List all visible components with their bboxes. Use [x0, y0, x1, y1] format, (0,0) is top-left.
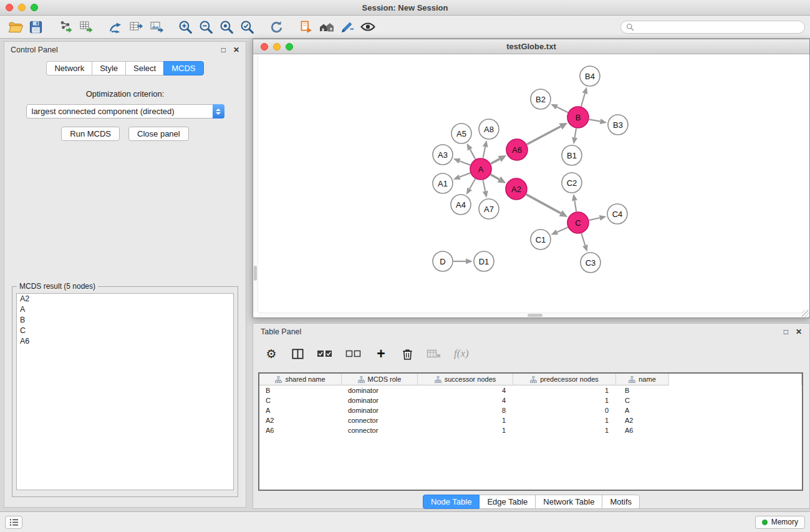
- control-tab-network[interactable]: Network: [46, 61, 92, 75]
- table-cell[interactable]: B: [616, 387, 669, 394]
- table-cell[interactable]: 1: [513, 387, 616, 394]
- graph-node-C[interactable]: C: [567, 212, 589, 233]
- graph-edge-A-A5[interactable]: [470, 149, 476, 159]
- table-cell[interactable]: dominator: [342, 397, 418, 404]
- add-column-button[interactable]: +: [374, 346, 388, 361]
- graph-node-A8[interactable]: A8: [479, 119, 499, 139]
- column-header-successor-nodes[interactable]: successor nodes: [418, 374, 513, 385]
- delete-column-button[interactable]: [400, 346, 414, 361]
- graph-node-B1[interactable]: B1: [562, 145, 582, 165]
- import-table-button[interactable]: [75, 17, 96, 36]
- vertical-scrollbar[interactable]: [253, 55, 258, 312]
- column-header-name[interactable]: name: [616, 374, 669, 385]
- graph-node-B3[interactable]: B3: [608, 115, 628, 135]
- apply-layout-button[interactable]: [266, 17, 287, 36]
- table-row[interactable]: A2connector11A2: [259, 415, 802, 425]
- graph-node-A1[interactable]: A1: [433, 173, 453, 193]
- graph-node-D[interactable]: D: [433, 251, 453, 271]
- graph-node-C4[interactable]: C4: [607, 204, 627, 224]
- graph-edge-B-B1[interactable]: [575, 128, 576, 138]
- graph-node-D1[interactable]: D1: [474, 251, 494, 271]
- close-window-button[interactable]: [6, 4, 13, 11]
- table-tab-network-table[interactable]: Network Table: [535, 495, 602, 509]
- graph-node-C1[interactable]: C1: [531, 230, 551, 249]
- table-cell[interactable]: 1: [513, 427, 616, 434]
- show-details-button[interactable]: [357, 17, 378, 36]
- graph-node-A4[interactable]: A4: [451, 195, 471, 215]
- table-cell[interactable]: connector: [342, 417, 418, 424]
- mcds-result-item[interactable]: C: [17, 326, 233, 336]
- graph-node-B4[interactable]: B4: [580, 66, 600, 86]
- table-cell[interactable]: 8: [418, 407, 513, 414]
- table-cell[interactable]: 4: [418, 397, 513, 404]
- graph-node-A[interactable]: A: [470, 158, 491, 180]
- graph-node-C3[interactable]: C3: [581, 253, 600, 273]
- horizontal-scroll-thumb[interactable]: [528, 314, 542, 317]
- table-float-panel-icon[interactable]: □: [784, 328, 788, 336]
- export-table-button[interactable]: [125, 17, 146, 36]
- table-cell[interactable]: A2: [616, 417, 669, 424]
- minimize-window-button[interactable]: [18, 4, 26, 11]
- table-cell[interactable]: A2: [259, 417, 342, 424]
- table-cell[interactable]: dominator: [342, 407, 418, 414]
- vertical-scroll-thumb[interactable]: [254, 266, 257, 281]
- graph-node-C2[interactable]: C2: [562, 173, 582, 193]
- table-settings-button[interactable]: ⚙: [264, 346, 278, 361]
- search-input[interactable]: [637, 22, 799, 31]
- graph-edge-A-A1[interactable]: [460, 173, 470, 177]
- graph-node-A6[interactable]: A6: [506, 139, 528, 160]
- table-cell[interactable]: A6: [616, 427, 669, 434]
- graph-node-A3[interactable]: A3: [433, 145, 453, 165]
- mcds-result-item[interactable]: B: [17, 315, 233, 326]
- run-mcds-button[interactable]: Run MCDS: [61, 127, 120, 141]
- zoom-fit-button[interactable]: [216, 17, 237, 36]
- table-row[interactable]: A6connector11A6: [259, 425, 802, 435]
- graph-edge-C-C2[interactable]: [574, 201, 576, 212]
- select-columns-button[interactable]: [291, 346, 304, 361]
- graph-edge-C-C4[interactable]: [589, 218, 600, 220]
- horizontal-scrollbar[interactable]: [258, 312, 802, 317]
- table-tab-node-table[interactable]: Node Table: [423, 495, 480, 509]
- column-header-shared-name[interactable]: shared name: [259, 374, 342, 385]
- mcds-result-item[interactable]: A6: [17, 336, 233, 347]
- annotation-button[interactable]: [337, 17, 357, 36]
- graph-edge-A6-B[interactable]: [527, 127, 561, 145]
- deselect-all-button[interactable]: [345, 346, 362, 361]
- delete-table-button[interactable]: [427, 346, 441, 361]
- save-session-button[interactable]: [26, 17, 46, 36]
- graph-edge-A-A6[interactable]: [491, 159, 499, 164]
- import-network-button[interactable]: [55, 17, 75, 36]
- table-row[interactable]: Bdominator41B: [259, 385, 802, 395]
- graph-edge-B-B2[interactable]: [557, 107, 568, 113]
- graph-edge-C-C3[interactable]: [581, 233, 585, 245]
- zoom-out-button[interactable]: [196, 17, 216, 36]
- graph-node-B[interactable]: B: [567, 107, 589, 128]
- search-field[interactable]: [620, 21, 805, 34]
- memory-button[interactable]: Memory: [755, 516, 805, 529]
- table-cell[interactable]: 1: [513, 417, 616, 424]
- graph-edge-A-A8[interactable]: [483, 147, 486, 158]
- table-tab-motifs[interactable]: Motifs: [602, 495, 640, 509]
- network-window-titlebar[interactable]: testGlobe.txt: [253, 39, 809, 54]
- network-zoom-button[interactable]: [286, 43, 293, 51]
- close-panel-icon[interactable]: ✕: [233, 46, 239, 54]
- table-cell[interactable]: 0: [513, 407, 616, 414]
- graph-edge-A-A7[interactable]: [483, 180, 486, 191]
- graph-node-B2[interactable]: B2: [531, 89, 551, 109]
- table-cell[interactable]: C: [616, 397, 669, 404]
- show-panels-button[interactable]: [5, 516, 22, 529]
- control-tab-select[interactable]: Select: [125, 61, 164, 75]
- close-panel-button[interactable]: Close panel: [128, 127, 189, 141]
- open-session-button[interactable]: [5, 17, 26, 36]
- graph-edge-C-C1[interactable]: [557, 227, 567, 232]
- network-close-button[interactable]: [261, 43, 268, 51]
- zoom-in-button[interactable]: [175, 17, 196, 36]
- table-cell[interactable]: B: [259, 387, 342, 394]
- mcds-result-list[interactable]: A2ABCA6: [16, 293, 234, 490]
- table-row[interactable]: Adominator80A: [259, 405, 802, 415]
- graph-edge-B-B4[interactable]: [581, 94, 585, 107]
- float-panel-icon[interactable]: □: [221, 46, 226, 54]
- criterion-dropdown[interactable]: largest connected component (directed): [26, 104, 224, 118]
- network-canvas[interactable]: B4B2BB3A5A8A6B1A3AC2A1A2A4A7C4CC1C3DD1: [253, 55, 809, 317]
- mcds-result-item[interactable]: A2: [17, 294, 233, 304]
